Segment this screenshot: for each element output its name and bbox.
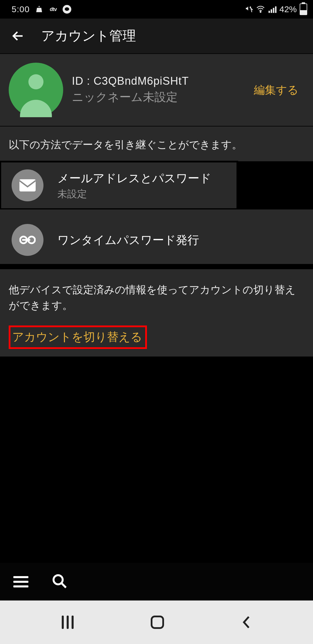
search-button[interactable] xyxy=(52,573,67,590)
svg-rect-6 xyxy=(19,179,36,191)
dtv-icon: dtv xyxy=(49,5,57,14)
app-notification-icon xyxy=(35,5,43,14)
status-time: 5:00 xyxy=(12,4,30,14)
nav-home-button[interactable] xyxy=(151,616,164,629)
mail-option-title: メールアドレスとパスワード xyxy=(57,170,211,186)
link-icon xyxy=(12,224,43,256)
nav-back-button[interactable] xyxy=(241,615,251,629)
signal-icon xyxy=(268,5,276,14)
svg-point-10 xyxy=(54,575,63,585)
svg-line-11 xyxy=(61,583,66,588)
app-header: アカウント管理 xyxy=(0,19,313,53)
back-button[interactable] xyxy=(11,29,25,43)
otp-option-title: ワンタイムパスワード発行 xyxy=(57,232,199,248)
mute-icon xyxy=(245,5,253,14)
mail-option-status: 未設定 xyxy=(57,187,211,201)
menu-button[interactable] xyxy=(13,576,28,587)
system-nav-bar xyxy=(0,600,313,644)
wifi-icon xyxy=(256,5,265,14)
switch-account-link[interactable]: アカウントを切り替える xyxy=(9,325,147,349)
nickname-status: ニックネーム未設定 xyxy=(72,89,254,105)
mail-password-option[interactable]: メールアドレスとパスワード 未設定 xyxy=(0,161,238,209)
battery-percentage: 42% xyxy=(279,4,297,14)
edit-button[interactable]: 編集する xyxy=(254,83,299,97)
svg-rect-5 xyxy=(275,6,276,13)
svg-rect-3 xyxy=(271,9,272,13)
status-bar: 5:00 dtv 42% xyxy=(0,0,313,19)
switch-info-text: 他デバイスで設定済みの情報を使ってアカウントの切り替えができます。 xyxy=(0,269,313,324)
transfer-info-text: 以下の方法でデータを引き継ぐことができます。 xyxy=(0,126,313,161)
svg-point-1 xyxy=(260,11,261,12)
battery-icon xyxy=(300,3,307,15)
page-title: アカウント管理 xyxy=(41,27,136,45)
mail-icon xyxy=(12,169,43,201)
onetime-password-option[interactable]: ワンタイムパスワード発行 xyxy=(0,216,313,264)
svg-point-0 xyxy=(65,7,69,11)
profile-section: ID : C3QBndM6piSHtT ニックネーム未設定 編集する xyxy=(0,54,313,126)
line-notification-icon xyxy=(63,5,71,14)
nav-recent-button[interactable] xyxy=(62,616,74,629)
avatar xyxy=(9,63,63,117)
svg-rect-2 xyxy=(268,11,270,13)
bottom-toolbar xyxy=(0,563,313,600)
svg-rect-4 xyxy=(273,8,274,13)
account-id: ID : C3QBndM6piSHtT xyxy=(72,75,254,87)
